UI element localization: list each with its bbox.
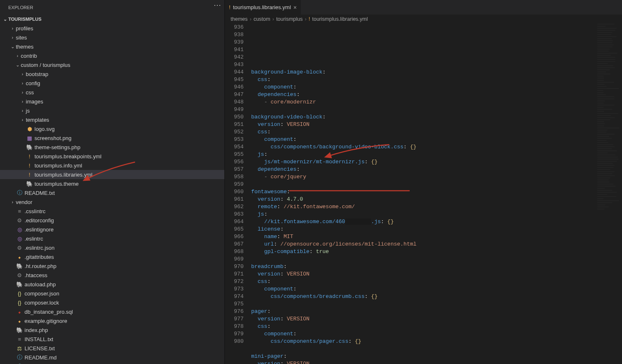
code-line[interactable]: fontawesome: [251, 188, 597, 196]
tab-close-icon[interactable]: × [293, 4, 297, 11]
code-line[interactable]: css: [251, 278, 597, 285]
folder-item[interactable]: ›contrib [0, 51, 224, 60]
code-line[interactable]: background-image-block: [251, 69, 597, 76]
file-item[interactable]: ⓘREADME.txt [0, 188, 224, 197]
code-line[interactable]: //kit.fontawesome.com/460 .js: {} [251, 218, 597, 226]
folder-item[interactable]: ›vendor [0, 197, 224, 207]
file-item[interactable]: !tourismplus.info.yml [0, 161, 224, 170]
code-line[interactable]: component: [251, 330, 597, 338]
explorer-more-icon[interactable]: ⋯ [214, 3, 221, 12]
file-item[interactable]: ⬢logo.svg [0, 124, 224, 133]
line-number: 957 [234, 166, 243, 173]
folder-item[interactable]: ›config [0, 79, 224, 88]
code-line[interactable]: css/components/background-video-block.cs… [251, 143, 597, 151]
code-line[interactable]: css: [251, 76, 597, 84]
yaml-file-icon: ! [229, 4, 231, 10]
code-line[interactable]: gpl-compatible: true [251, 248, 597, 256]
breadcrumb-segment[interactable]: tourismplus.libraries.yml [312, 16, 368, 22]
code-line[interactable]: version: VERSION [251, 315, 597, 323]
breadcrumb[interactable]: themes›custom›tourismplus›!tourismplus.l… [225, 15, 622, 24]
code-line[interactable] [251, 256, 597, 263]
code-line[interactable]: js: [251, 211, 597, 218]
file-item[interactable]: ◎.eslintrc [0, 234, 224, 243]
file-item[interactable]: 🐘theme-settings.php [0, 143, 224, 152]
minimap[interactable] [597, 24, 622, 364]
code-line[interactable]: css/components/breadcrumb.css: {} [251, 293, 597, 300]
file-item[interactable]: !tourismplus.libraries.yml [0, 170, 224, 179]
code-line[interactable] [251, 181, 597, 188]
breadcrumb-segment[interactable]: tourismplus [276, 16, 303, 22]
code-line[interactable]: version: 4.7.0 [251, 196, 597, 203]
code-line[interactable]: component: [251, 136, 597, 143]
code-line[interactable]: component: [251, 285, 597, 293]
folder-item[interactable]: ›profiles [0, 24, 224, 33]
file-item[interactable]: ⚖LICENSE.txt [0, 344, 224, 353]
code-line[interactable]: version: VERSION [251, 121, 597, 128]
code-content[interactable]: background-image-block: css: component: … [251, 24, 597, 364]
file-item[interactable]: 🐘.ht.router.php [0, 261, 224, 271]
folder-item[interactable]: ⌄themes [0, 42, 224, 51]
code-line[interactable]: js/mt-modernizr/mt-modernizr.js: {} [251, 158, 597, 166]
code-line[interactable]: css: [251, 323, 597, 330]
file-item[interactable]: 🐘tourismplus.theme [0, 179, 224, 188]
file-item[interactable]: ≡.csslintrc [0, 207, 224, 216]
code-line[interactable]: license: [251, 226, 597, 233]
code-line[interactable]: pager: [251, 308, 597, 315]
code-line[interactable] [251, 345, 597, 353]
file-item[interactable]: ⚙.editorconfig [0, 216, 224, 225]
chevron-right-icon: › [19, 90, 26, 95]
file-item[interactable]: {}composer.json [0, 289, 224, 298]
tab-active[interactable]: ! tourismplus.libraries.yml × [225, 0, 301, 15]
folder-item[interactable]: ⌄custom / tourismplus [0, 60, 224, 69]
code-line[interactable] [251, 300, 597, 308]
file-item[interactable]: 🐘index.php [0, 325, 224, 334]
line-number: 970 [234, 263, 243, 271]
file-item[interactable]: ⓘREADME.txt [0, 362, 224, 364]
code-line[interactable]: version: VERSION [251, 360, 597, 364]
tree-item-label: tourismplus.theme [34, 181, 79, 187]
file-item[interactable]: {}composer.lock [0, 298, 224, 307]
folder-item[interactable]: ›bootstrap [0, 69, 224, 79]
code-editor[interactable]: 9369389399419429439449459469479489499509… [225, 24, 622, 364]
tree-item-label: tourismplus.info.yml [34, 162, 82, 169]
file-item[interactable]: ⬥example.gitignore [0, 316, 224, 325]
code-line[interactable]: js: [251, 151, 597, 158]
explorer-sidebar: EXPLORER ⋯ ⌄ TOURISMPLUS ›profiles›sites… [0, 0, 225, 364]
code-line[interactable] [251, 106, 597, 113]
breadcrumb-segment[interactable]: themes [231, 16, 248, 22]
file-item[interactable]: ⓘREADME.md [0, 353, 224, 362]
line-number: 936 [234, 24, 243, 31]
folder-item[interactable]: ›css [0, 88, 224, 97]
file-item[interactable]: !tourismplus.breakpoints.yml [0, 152, 224, 161]
code-line[interactable]: css/components/pager.css: {} [251, 338, 597, 345]
code-line[interactable]: component: [251, 84, 597, 91]
code-line[interactable]: mini-pager: [251, 353, 597, 360]
code-line[interactable]: dependencies: [251, 166, 597, 173]
folder-item[interactable]: ›templates [0, 115, 224, 124]
file-item[interactable]: ⚙.eslintrc.json [0, 243, 224, 252]
breadcrumb-segment[interactable]: custom [253, 16, 270, 22]
code-line[interactable]: css: [251, 128, 597, 136]
code-line[interactable]: breadcrumb: [251, 263, 597, 271]
project-section-header[interactable]: ⌄ TOURISMPLUS [0, 15, 224, 24]
file-item[interactable]: ≡INSTALL.txt [0, 334, 224, 344]
code-line[interactable]: version: VERSION [251, 271, 597, 278]
file-item[interactable]: ⚙.htaccess [0, 271, 224, 280]
file-item[interactable]: ◎.eslintignore [0, 225, 224, 234]
code-line[interactable]: remote: //kit.fontawesome.com/ [251, 203, 597, 211]
code-line[interactable]: url: //opensource.org/licenses/mit-licen… [251, 241, 597, 248]
file-item[interactable]: ⬥db_instance_pro.sql [0, 307, 224, 316]
code-line[interactable]: - core/modernizr [251, 98, 597, 106]
file-type-icon: ◎ [16, 226, 23, 233]
file-item[interactable]: 🐘autoload.php [0, 280, 224, 289]
code-line[interactable]: background-video-block: [251, 113, 597, 121]
code-line[interactable]: - core/jquery [251, 173, 597, 181]
file-tree[interactable]: ›profiles›sites⌄themes›contrib⌄custom / … [0, 24, 224, 364]
folder-item[interactable]: ›sites [0, 33, 224, 42]
folder-item[interactable]: ›images [0, 97, 224, 106]
code-line[interactable]: dependencies: [251, 91, 597, 98]
code-line[interactable]: name: MIT [251, 233, 597, 241]
folder-item[interactable]: ›js [0, 106, 224, 115]
file-item[interactable]: ⬥.gitattributes [0, 252, 224, 261]
file-item[interactable]: ▦screenshot.png [0, 133, 224, 143]
